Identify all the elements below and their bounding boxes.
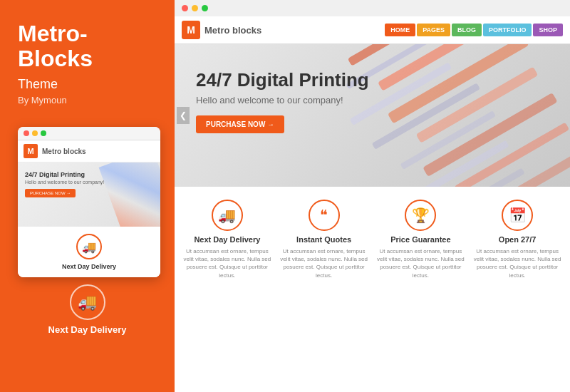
theme-by: By Mymoun [18, 95, 157, 105]
right-panel: M Metro blocks HOME PAGES BLOG PORTFOLIO… [175, 0, 570, 392]
hero-purchase-button[interactable]: PURCHASE NOW → [196, 115, 284, 133]
guarantee-icon: 🏆 [405, 200, 436, 231]
mobile-dot-yellow [32, 130, 38, 136]
mobile-logo: M [24, 144, 38, 158]
delivery-title: Next Day Delivery [194, 235, 260, 244]
mobile-site-name: Metro blocks [42, 148, 86, 155]
feature-delivery: 🚚 Next Day Delivery Ut accumsan est orna… [182, 200, 273, 279]
guarantee-desc: Ut accumsan est ornare, tempus velit vit… [375, 247, 467, 279]
quotes-desc: Ut accumsan est ornare, tempus velit vit… [279, 247, 370, 279]
delivery-icon: 🚚 [212, 200, 243, 231]
quotes-icon: ❝ [309, 200, 340, 231]
bottom-delivery-icon: 🚚 [70, 284, 105, 320]
mobile-hero: 24/7 Digital Printing Hello and welcome … [18, 163, 160, 227]
nav-home[interactable]: HOME [385, 24, 415, 36]
theme-subtitle: Theme [18, 77, 157, 92]
mobile-purchase-button[interactable]: PURCHASE NOW → [25, 189, 76, 197]
theme-title: Metro-Blocks [18, 21, 157, 71]
quotes-title: Instant Quotes [296, 235, 351, 244]
mobile-mockup: M Metro blocks 24/7 Digital Printing Hel… [18, 127, 160, 277]
mobile-site-header: M Metro blocks [18, 140, 160, 163]
site-logo-name: Metro blocks [204, 25, 261, 36]
open-desc: Ut accumsan est ornare, tempus velit vit… [472, 247, 563, 279]
mobile-browser-bar [18, 127, 160, 140]
open-icon: 📅 [502, 200, 533, 231]
desktop-browser: M Metro blocks HOME PAGES BLOG PORTFOLIO… [175, 0, 570, 392]
mobile-delivery-icon: 🚚 [76, 234, 102, 259]
site-header: M Metro blocks HOME PAGES BLOG PORTFOLIO… [175, 16, 570, 44]
feature-open: 📅 Open 27/7 Ut accumsan est ornare, temp… [472, 200, 563, 279]
mobile-dot-green [41, 130, 46, 136]
delivery-desc: Ut accumsan est ornare, tempus velit vit… [182, 247, 273, 279]
nav-portfolio[interactable]: PORTFOLIO [483, 24, 532, 36]
desktop-dot-yellow [192, 5, 198, 11]
hero-title: 24/7 Digital Printing [196, 69, 549, 91]
hero-content: 24/7 Digital Printing Hello and welcome … [196, 69, 549, 133]
site-hero: ❮ [175, 44, 570, 187]
mobile-feature-section: 🚚 Next Day Delivery [18, 227, 160, 277]
feature-guarantee: 🏆 Price Guarantee Ut accumsan est ornare… [375, 200, 467, 279]
hero-subtitle: Hello and welcome to our company! [196, 95, 549, 105]
desktop-dot-green [202, 5, 208, 11]
site-logo: M [182, 21, 200, 39]
guarantee-title: Price Guarantee [390, 235, 450, 244]
open-title: Open 27/7 [499, 235, 537, 244]
nav-pages[interactable]: PAGES [417, 24, 450, 36]
desktop-dot-red [182, 5, 188, 11]
nav-shop[interactable]: SHOP [533, 24, 563, 36]
left-panel: Metro-Blocks Theme By Mymoun M Metro blo… [0, 0, 175, 392]
mobile-delivery-label: Next Day Delivery [62, 263, 116, 270]
desktop-browser-bar [175, 0, 570, 16]
mobile-dot-red [24, 130, 29, 136]
mobile-hero-title: 24/7 Digital Printing [25, 171, 153, 178]
mobile-hero-sub: Hello and welcome to our company! [25, 180, 153, 185]
site-nav: HOME PAGES BLOG PORTFOLIO SHOP [385, 24, 563, 36]
bottom-delivery-label: Next Day Delivery [48, 324, 127, 335]
features-row: 🚚 Next Day Delivery Ut accumsan est orna… [175, 187, 570, 287]
bottom-feature: 🚚 Next Day Delivery [18, 284, 157, 335]
feature-quotes: ❝ Instant Quotes Ut accumsan est ornare,… [279, 200, 370, 279]
hero-left-arrow[interactable]: ❮ [177, 107, 190, 124]
nav-blog[interactable]: BLOG [452, 24, 482, 36]
